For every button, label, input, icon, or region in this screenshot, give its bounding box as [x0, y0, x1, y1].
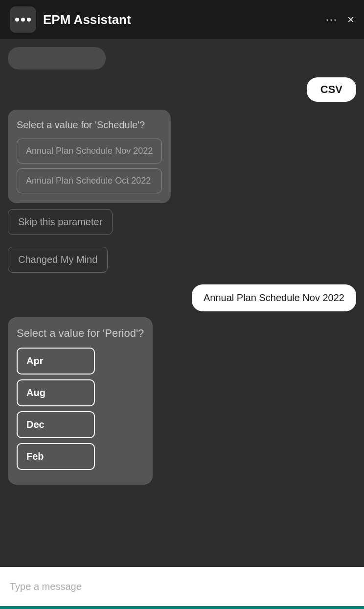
- close-button[interactable]: ×: [347, 13, 354, 26]
- prev-message-stub: [8, 47, 106, 70]
- skip-button-row: Skip this parameter: [8, 209, 356, 241]
- logo-dot-2: [21, 18, 25, 22]
- schedule-option-nov[interactable]: Annual Plan Schedule Nov 2022: [17, 139, 162, 164]
- logo-dot-1: [15, 18, 19, 22]
- period-prompt: Select a value for 'Period'?: [17, 327, 144, 340]
- changed-mind-button[interactable]: Changed My Mind: [8, 247, 108, 273]
- logo-dots: [15, 18, 31, 22]
- period-option-apr[interactable]: Apr: [17, 348, 95, 375]
- period-option-feb[interactable]: Feb: [17, 443, 95, 470]
- header-actions: ··· ×: [326, 13, 354, 26]
- app-header: EPM Assistant ··· ×: [0, 0, 364, 39]
- period-option-aug[interactable]: Aug: [17, 379, 95, 406]
- skip-parameter-button[interactable]: Skip this parameter: [8, 209, 113, 235]
- schedule-option-oct[interactable]: Annual Plan Schedule Oct 2022: [17, 168, 162, 193]
- csv-bubble: CSV: [307, 77, 356, 102]
- user-selection-bubble: Annual Plan Schedule Nov 2022: [192, 284, 356, 311]
- bottom-bar: [0, 606, 364, 609]
- message-input-placeholder[interactable]: Type a message: [10, 581, 82, 592]
- user-selection-row: Annual Plan Schedule Nov 2022: [8, 284, 356, 311]
- period-option-dec[interactable]: Dec: [17, 411, 95, 438]
- period-selection-bubble: Select a value for 'Period'? Apr Aug Dec…: [8, 317, 153, 485]
- more-button[interactable]: ···: [326, 13, 338, 26]
- chat-area: CSV Select a value for 'Schedule'? Annua…: [0, 39, 364, 567]
- prev-message-row: [8, 47, 356, 70]
- app-title: EPM Assistant: [43, 12, 326, 27]
- schedule-prompt: Select a value for 'Schedule'?: [17, 119, 162, 131]
- csv-bubble-row: CSV: [8, 77, 356, 102]
- app-logo: [10, 6, 36, 33]
- changed-mind-row: Changed My Mind: [8, 247, 356, 279]
- logo-dot-3: [27, 18, 31, 22]
- schedule-selection-bubble: Select a value for 'Schedule'? Annual Pl…: [8, 110, 171, 203]
- input-area: Type a message: [0, 567, 364, 606]
